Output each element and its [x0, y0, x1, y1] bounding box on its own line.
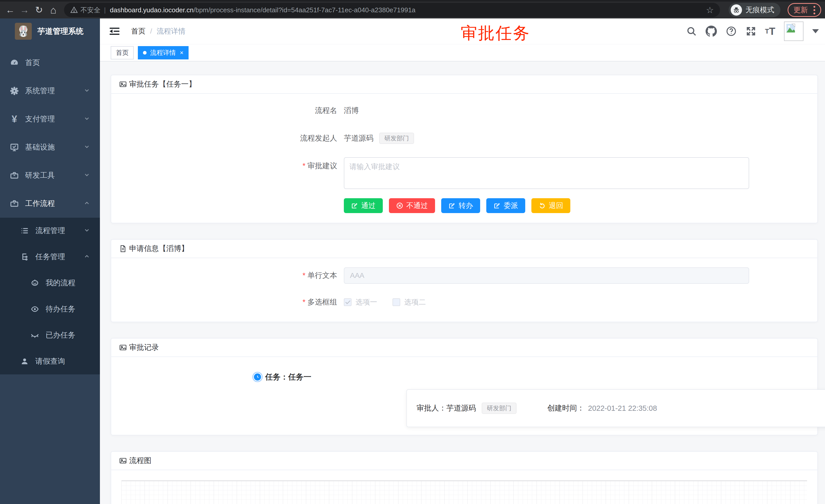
breadcrumb-home[interactable]: 首页 — [131, 26, 146, 36]
card-header: 流程图 — [111, 452, 817, 470]
tab-process-detail[interactable]: 流程详情 × — [138, 46, 189, 60]
gear-icon — [9, 86, 19, 95]
field-value: 芋道源码 研发部门 — [344, 133, 414, 144]
sidebar-item-todo-tasks[interactable]: 待办任务 — [0, 296, 100, 322]
sidebar-item-process-mgmt[interactable]: 流程管理 — [0, 218, 100, 244]
create-time-value: 2022-01-21 22:35:08 — [588, 404, 657, 413]
fullscreen-icon[interactable] — [746, 26, 756, 36]
bookmark-star-icon[interactable]: ☆ — [706, 5, 714, 15]
not-secure-icon — [70, 6, 78, 14]
return-button[interactable]: 退回 — [531, 198, 570, 213]
picture-icon — [119, 456, 127, 465]
card-title: 申请信息【滔博】 — [129, 244, 189, 254]
monitor-icon — [9, 143, 19, 152]
form-row-checkbox-group: 多选框组 选项一 选项二 — [111, 297, 817, 307]
tab-label: 首页 — [116, 49, 129, 57]
robot-icon — [30, 279, 40, 287]
field-label: 流程发起人 — [111, 133, 344, 144]
field-label: 单行文本 — [111, 270, 344, 281]
sidebar-item-system[interactable]: 系统管理 — [0, 77, 100, 105]
card-header: 申请信息【滔博】 — [111, 240, 817, 258]
main-area: 首页 / 流程详情 审批任务 — [100, 18, 825, 504]
sidebar-item-done-tasks[interactable]: 已办任务 — [0, 322, 100, 348]
github-icon[interactable] — [705, 26, 717, 37]
checkbox-option-2: 选项二 — [392, 297, 426, 307]
process-diagram-card: 流程图 — [111, 451, 818, 504]
approval-record-card: 审批记录 任务：任务一 审批人： 芋道源码 研发部门 — [111, 338, 818, 435]
breadcrumb-separator: / — [150, 27, 152, 35]
checkbox-option-1: 选项一 — [344, 297, 377, 307]
single-text-input — [344, 267, 749, 284]
browser-menu-icon[interactable] — [814, 6, 815, 14]
application-info-card: 申请信息【滔博】 单行文本 多选框组 选项一 — [111, 239, 818, 322]
card-header: 审批记录 — [111, 339, 817, 357]
field-label: 审批建议 — [111, 157, 344, 171]
home-icon[interactable]: ⌂ — [46, 3, 61, 17]
button-label: 委派 — [504, 201, 518, 211]
approve-button[interactable]: 通过 — [344, 198, 383, 213]
sidebar-item-task-mgmt[interactable]: 任务管理 — [0, 244, 100, 270]
form-row-initiator: 流程发起人 芋道源码 研发部门 — [111, 133, 817, 144]
app-logo-row[interactable]: 🐰 芋道管理系统 — [0, 18, 100, 44]
eye-closed-icon — [30, 331, 40, 340]
forward-icon[interactable]: → — [17, 3, 32, 17]
help-icon[interactable] — [726, 26, 737, 37]
incognito-label: 无痕模式 — [746, 5, 774, 15]
breadcrumb-current: 流程详情 — [157, 26, 185, 36]
approver-name: 芋道源码 — [446, 403, 476, 413]
app-title: 芋道管理系统 — [38, 26, 83, 36]
breadcrumb: 首页 / 流程详情 — [131, 26, 185, 36]
url-path: /bpm/process-instance/detail?id=54aa251f… — [194, 6, 415, 14]
document-icon — [119, 245, 127, 253]
address-bar[interactable]: 不安全 | dashboard.yudao.iocoder.cn/bpm/pro… — [64, 3, 720, 17]
app-logo: 🐰 — [15, 23, 32, 40]
user-icon — [19, 357, 30, 366]
close-icon[interactable]: × — [180, 49, 183, 56]
page: ← → ↻ ⌂ 不安全 | dashboard.yudao.iocoder.cn… — [0, 0, 825, 504]
approval-opinion-textarea[interactable] — [344, 157, 749, 189]
button-label: 转办 — [459, 201, 473, 211]
delegate-button[interactable]: 委派 — [486, 198, 525, 213]
sidebar-item-label: 待办任务 — [46, 304, 75, 314]
browser-update-button[interactable]: 更新 — [788, 3, 821, 17]
timeline-item: 任务：任务一 审批人： 芋道源码 研发部门 创建时间： 2022-01-21 2… — [111, 371, 817, 427]
toolbox-icon — [9, 171, 19, 180]
navbar-tools: TT — [686, 18, 819, 44]
sidebar-item-my-process[interactable]: 我的流程 — [0, 270, 100, 296]
card-title: 流程图 — [129, 455, 151, 466]
sidebar-item-home[interactable]: 首页 — [0, 49, 100, 77]
update-label: 更新 — [794, 5, 808, 15]
sidebar-item-label: 支付管理 — [25, 114, 55, 124]
field-value: 滔博 — [344, 105, 359, 116]
approval-buttons: 通过 不通过 转办 委派 — [344, 198, 817, 213]
reload-icon[interactable]: ↻ — [32, 3, 46, 17]
field-label: 流程名 — [111, 105, 344, 116]
bpmn-canvas-body — [111, 470, 817, 504]
eye-icon — [30, 305, 40, 314]
dashboard-icon — [9, 58, 19, 67]
sidebar-item-label: 我的流程 — [46, 278, 75, 288]
font-size-icon[interactable]: TT — [765, 26, 775, 36]
initiator-name: 芋道源码 — [344, 133, 374, 144]
avatar[interactable] — [784, 21, 804, 41]
reject-button[interactable]: 不通过 — [389, 198, 435, 213]
sidebar-item-payment[interactable]: ¥ 支付管理 — [0, 105, 100, 133]
card-header: 审批任务【任务一】 — [111, 75, 817, 94]
checkbox-label: 选项二 — [404, 297, 426, 307]
tab-home[interactable]: 首页 — [111, 46, 134, 60]
dept-tag: 研发部门 — [379, 133, 414, 144]
button-label: 退回 — [549, 201, 563, 211]
sidebar-item-leave-query[interactable]: 请假查询 — [0, 348, 100, 374]
search-icon[interactable] — [686, 26, 697, 36]
card-title: 审批记录 — [129, 342, 159, 353]
sidebar-item-infra[interactable]: 基础设施 — [0, 133, 100, 161]
transfer-button[interactable]: 转办 — [441, 198, 480, 213]
bpmn-grid — [122, 481, 807, 504]
avatar-caret-icon[interactable] — [812, 29, 819, 33]
sidebar-item-workflow[interactable]: 工作流程 — [0, 189, 100, 218]
checkbox-label: 选项一 — [356, 297, 377, 307]
sidebar-item-devtools[interactable]: 研发工具 — [0, 161, 100, 189]
back-icon[interactable]: ← — [3, 3, 17, 17]
sidebar-item-label: 研发工具 — [25, 170, 55, 180]
sidebar-collapse-icon[interactable] — [109, 27, 120, 36]
